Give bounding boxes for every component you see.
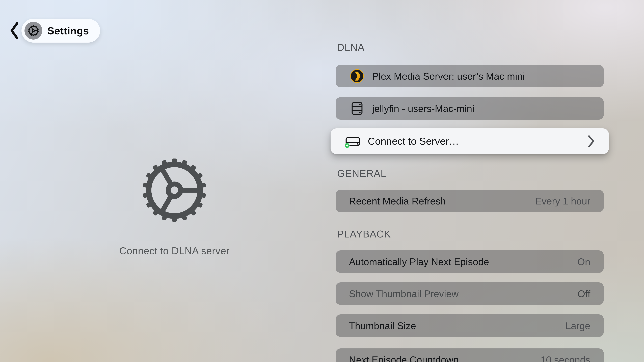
thumbnail-size-row[interactable]: Thumbnail Size Large bbox=[336, 314, 604, 337]
back-button[interactable]: Settings bbox=[10, 19, 100, 42]
setting-value: Large bbox=[566, 320, 590, 331]
show-thumbnail-preview-row[interactable]: Show Thumbnail Preview Off bbox=[336, 282, 604, 305]
hero-caption: Connect to DLNA server bbox=[74, 245, 275, 257]
setting-value: Off bbox=[578, 288, 590, 299]
plex-icon bbox=[349, 69, 365, 83]
back-chevron-icon bbox=[10, 22, 18, 39]
setting-label: Thumbnail Size bbox=[349, 320, 416, 331]
setting-value: 10 seconds bbox=[540, 354, 590, 362]
server-rack-icon bbox=[349, 101, 365, 115]
next-episode-countdown-row[interactable]: Next Episode Countdown 10 seconds bbox=[336, 349, 604, 362]
setting-value: On bbox=[578, 256, 590, 267]
section-header-playback: PLAYBACK bbox=[337, 228, 391, 240]
setting-label: Automatically Play Next Episode bbox=[349, 256, 489, 267]
connect-to-server-label: Connect to Server… bbox=[368, 135, 459, 147]
setting-label: Recent Media Refresh bbox=[349, 195, 446, 207]
settings-screen: Settings Connect to bbox=[0, 0, 644, 362]
section-header-dlna: DLNA bbox=[337, 41, 364, 53]
setting-value: Every 1 hour bbox=[535, 195, 590, 207]
server-row-label: jellyfin - users-Mac-mini bbox=[372, 103, 474, 114]
auto-play-next-episode-row[interactable]: Automatically Play Next Episode On bbox=[336, 250, 604, 273]
dlna-gear-icon bbox=[142, 158, 207, 223]
connect-to-server-row[interactable]: Connect to Server… bbox=[330, 128, 609, 154]
setting-label: Show Thumbnail Preview bbox=[349, 288, 458, 299]
back-button-label: Settings bbox=[47, 25, 89, 37]
setting-label: Next Episode Countdown bbox=[349, 354, 459, 362]
server-row-label: Plex Media Server: user’s Mac mini bbox=[372, 70, 525, 82]
add-server-icon bbox=[345, 133, 361, 149]
section-header-general: GENERAL bbox=[337, 168, 386, 179]
chevron-right-icon bbox=[588, 135, 595, 147]
settings-breadcrumb-pill: Settings bbox=[22, 19, 100, 42]
server-row-plex[interactable]: Plex Media Server: user’s Mac mini bbox=[336, 65, 604, 87]
server-row-jellyfin[interactable]: jellyfin - users-Mac-mini bbox=[336, 97, 604, 120]
settings-gear-icon bbox=[24, 22, 42, 39]
recent-media-refresh-row[interactable]: Recent Media Refresh Every 1 hour bbox=[336, 190, 604, 212]
